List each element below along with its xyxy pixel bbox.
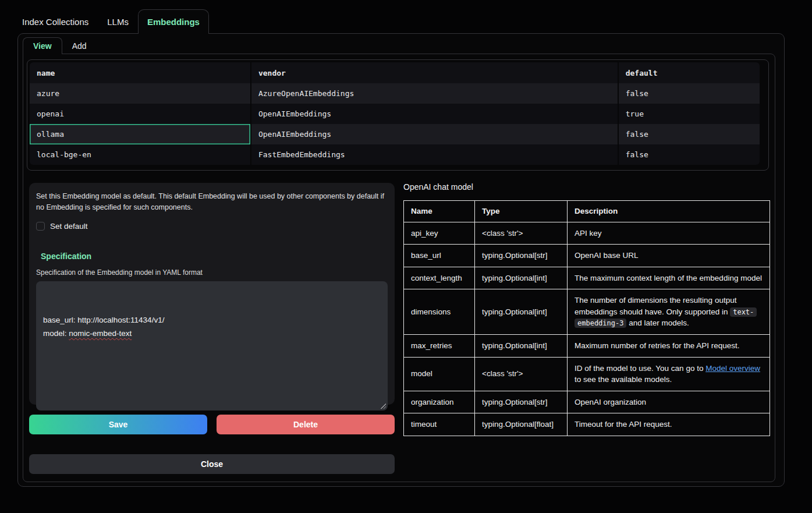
param-name: max_retries <box>404 334 475 357</box>
param-row-max_retries: max_retriestyping.Optional[int]Maximum n… <box>404 334 770 357</box>
param-row-timeout: timeouttyping.Optional[float]Timeout for… <box>404 413 770 436</box>
embeddings-table-body: azureAzureOpenAIEmbeddingsfalseopenaiOpe… <box>30 83 760 165</box>
param-type: <class 'str'> <box>475 357 568 391</box>
param-name: api_key <box>404 222 475 245</box>
param-description: The number of dimensions the resulting o… <box>568 289 770 335</box>
model-overview-link[interactable]: Model overview <box>705 364 760 373</box>
param-name: timeout <box>404 413 475 436</box>
param-description: API key <box>568 222 770 245</box>
param-row-context_length: context_lengthtyping.Optional[int]The ma… <box>404 267 770 289</box>
param-name: base_url <box>404 245 475 267</box>
param-type: <class 'str'> <box>475 222 568 245</box>
param-description: Timeout for the API request. <box>568 413 770 436</box>
param-type: typing.Optional[str] <box>475 391 568 413</box>
embedding-row-ollama[interactable]: ollamaOpenAIEmbeddingsfalse <box>30 124 760 144</box>
embedding-row-local-bge-en[interactable]: local-bge-enFastEmbedEmbeddingsfalse <box>30 144 760 165</box>
specification-description: Specification of the Embedding model in … <box>36 268 388 277</box>
embeddings-table-header: namevendordefault <box>30 62 760 83</box>
embedding-row-azure[interactable]: azureAzureOpenAIEmbeddingsfalse <box>30 83 760 104</box>
model-params-table: NameTypeDescription api_key<class 'str'>… <box>403 200 770 436</box>
param-description: OpenAI organization <box>568 391 770 413</box>
param-row-model: model<class 'str'>ID of the model to use… <box>404 357 770 391</box>
cell-default: false <box>618 83 760 104</box>
doc-column-header-name: Name <box>404 201 475 222</box>
cell-name: openai <box>30 104 251 124</box>
cell-vendor: OpenAIEmbeddings <box>251 124 618 144</box>
cell-default: false <box>618 144 760 165</box>
doc-column-header-type: Type <box>475 201 568 222</box>
param-description: The maximum context length of the embedd… <box>568 267 770 289</box>
yaml-spec-editor[interactable]: base_url: http://localhost:11434/v1/mode… <box>36 281 388 411</box>
param-type: typing.Optional[str] <box>475 245 568 267</box>
cell-vendor: AzureOpenAIEmbeddings <box>251 83 618 104</box>
embeddings-table: namevendordefault azureAzureOpenAIEmbedd… <box>30 62 760 165</box>
cell-vendor: FastEmbedEmbeddings <box>251 144 618 165</box>
model-params-body: api_key<class 'str'>API keybase_urltypin… <box>404 222 770 436</box>
cell-name: ollama <box>30 124 251 144</box>
embedding-detail-card: Set this Embedding model as default. Thi… <box>29 183 395 405</box>
cell-name: local-bge-en <box>30 144 251 165</box>
misspelled-text: nomic-embed-text <box>69 329 132 338</box>
param-description: OpenAI base URL <box>568 245 770 267</box>
param-row-base_url: base_urltyping.Optional[str]OpenAI base … <box>404 245 770 267</box>
param-type: typing.Optional[int] <box>475 267 568 289</box>
cell-default: false <box>618 124 760 144</box>
set-default-row: Set default <box>36 222 388 231</box>
view-panel: namevendordefault azureAzureOpenAIEmbedd… <box>23 54 775 482</box>
model-doc-panel: OpenAI chat model NameTypeDescription ap… <box>403 181 770 436</box>
cell-default: true <box>618 104 760 124</box>
yaml-line: model: nomic-embed-text <box>43 327 381 341</box>
embeddings-panel: View Add namevendordefault azureAzureOpe… <box>17 33 785 487</box>
param-name: context_length <box>404 267 475 289</box>
doc-panel-title: OpenAI chat model <box>403 181 770 193</box>
param-type: typing.Optional[int] <box>475 289 568 335</box>
param-name: model <box>404 357 475 391</box>
set-default-description: Set this Embedding model as default. Thi… <box>36 191 388 214</box>
doc-column-header-description: Description <box>568 201 770 222</box>
model-params-header: NameTypeDescription <box>404 201 770 222</box>
column-header-default: default <box>618 62 760 83</box>
param-name: organization <box>404 391 475 413</box>
delete-button[interactable]: Delete <box>217 415 395 434</box>
save-button[interactable]: Save <box>29 415 207 434</box>
param-row-api_key: api_key<class 'str'>API key <box>404 222 770 245</box>
column-header-name: name <box>30 62 251 83</box>
embeddings-table-container: namevendordefault azureAzureOpenAIEmbedd… <box>27 59 769 171</box>
embedding-row-openai[interactable]: openaiOpenAIEmbeddingstrue <box>30 104 760 124</box>
param-row-organization: organizationtyping.Optional[str]OpenAI o… <box>404 391 770 413</box>
action-button-row: Save Delete <box>29 415 395 434</box>
tab-view[interactable]: View <box>23 37 62 54</box>
param-type: typing.Optional[int] <box>475 334 568 357</box>
resize-handle-icon[interactable] <box>380 403 386 409</box>
cell-vendor: OpenAIEmbeddings <box>251 104 618 124</box>
param-type: typing.Optional[float] <box>475 413 568 436</box>
set-default-label: Set default <box>50 222 88 231</box>
param-row-dimensions: dimensionstyping.Optional[int]The number… <box>404 289 770 335</box>
set-default-checkbox[interactable] <box>36 222 45 231</box>
tab-index-collections[interactable]: Index Collections <box>17 9 98 34</box>
param-description: ID of the model to use. You can go to Mo… <box>568 357 770 391</box>
specification-heading: Specification <box>41 252 388 261</box>
param-name: dimensions <box>404 289 475 335</box>
yaml-line: base_url: http://localhost:11434/v1/ <box>43 314 381 327</box>
cell-name: azure <box>30 83 251 104</box>
main-tab-bar: Index Collections LLMs Embeddings <box>17 9 209 34</box>
close-button[interactable]: Close <box>29 454 395 474</box>
param-description: Maximum number of retries for the API re… <box>568 334 770 357</box>
tab-llms[interactable]: LLMs <box>98 9 138 34</box>
column-header-vendor: vendor <box>251 62 618 83</box>
tab-embeddings[interactable]: Embeddings <box>138 9 209 34</box>
sub-tab-bar: View Add <box>23 37 97 54</box>
tab-add[interactable]: Add <box>62 37 97 54</box>
